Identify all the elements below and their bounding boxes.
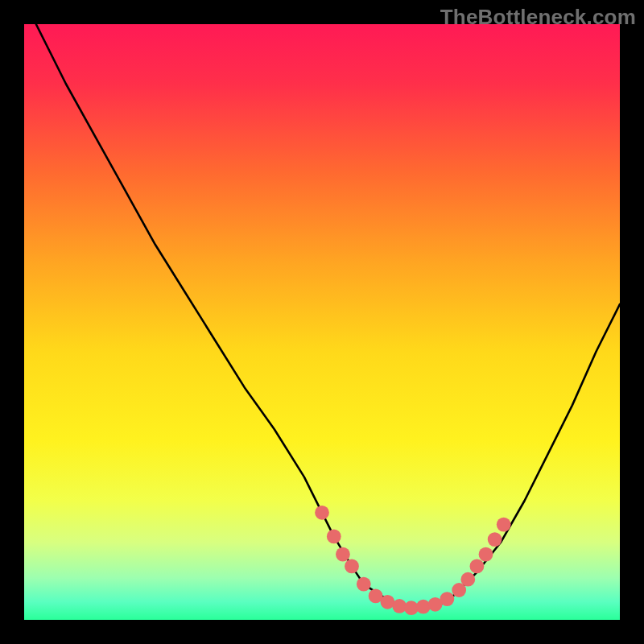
curve-marker — [470, 559, 485, 574]
curve-marker — [345, 559, 359, 574]
curve-marker — [327, 530, 341, 544]
curve-marker — [315, 506, 329, 520]
curve-marker — [497, 518, 511, 532]
curve-marker — [357, 577, 371, 592]
bottleneck-chart — [24, 24, 620, 620]
curve-marker — [440, 592, 455, 606]
curve-marker — [479, 547, 493, 562]
curve-marker — [460, 572, 475, 587]
curve-marker — [416, 600, 431, 614]
curve-marker — [488, 532, 502, 547]
gradient-background — [24, 24, 620, 620]
curve-marker — [336, 547, 350, 562]
chart-container: TheBottleneck.com — [0, 0, 644, 644]
plot-area — [24, 24, 620, 620]
